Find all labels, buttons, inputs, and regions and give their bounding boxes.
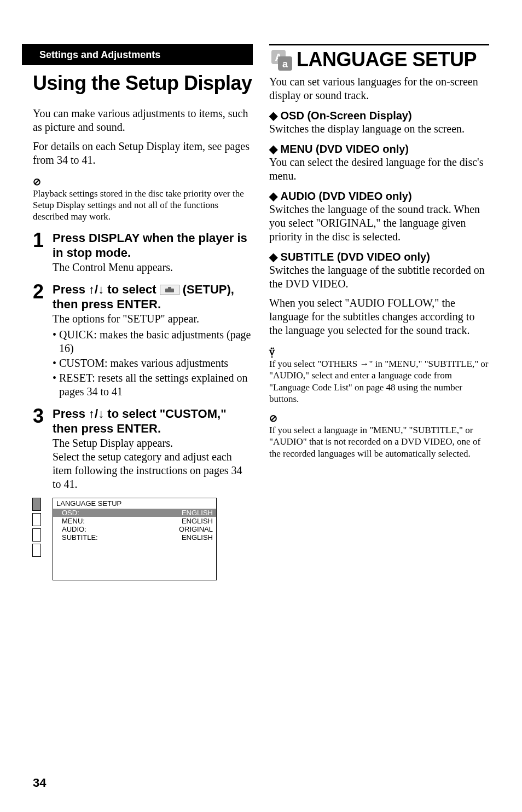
page: Settings and Adjustments Using the Setup… [0, 0, 522, 602]
tab-icon [32, 528, 41, 542]
step-para: The Setup Display appears. [53, 436, 253, 450]
setup-row-osd: OSD: ENGLISH [53, 509, 216, 517]
right-title-row: A a LANGUAGE SETUP [269, 44, 489, 72]
sub-body: You can select the desired language for … [269, 156, 489, 183]
bullet: QUICK: makes the basic adjustments (page… [53, 328, 253, 355]
setup-row-label: OSD: [62, 509, 79, 517]
setup-row-value: ORIGINAL [179, 525, 213, 533]
tab-icon [32, 544, 41, 557]
section-header-bar: Settings and Adjustments [22, 44, 253, 65]
step-head-part: Press [53, 407, 89, 421]
setup-toolbox-icon [160, 285, 179, 295]
step-head-part: to select [104, 283, 159, 296]
subhead-subtitle: SUBTITLE (DVD VIDEO only) [269, 250, 489, 263]
step-num: 1 [33, 231, 47, 250]
svg-rect-1 [168, 287, 171, 289]
step-para: The Control Menu appears. [53, 261, 253, 274]
setup-row-value: ENGLISH [182, 509, 213, 517]
step-para: The options for "SETUP" appear. [53, 312, 253, 326]
tip-text: If you select "OTHERS →" in "MENU," "SUB… [269, 358, 489, 405]
right-intro: You can set various languages for the on… [269, 75, 489, 102]
subhead-audio: AUDIO (DVD VIDEO only) [269, 189, 489, 203]
setup-display-figure: LANGUAGE SETUP OSD: ENGLISH MENU: ENGLIS… [33, 498, 253, 580]
arrow-up-down-icon: ↑/↓ [89, 407, 104, 421]
page-number: 34 [33, 776, 46, 790]
step-body: The Control Menu appears. [53, 261, 253, 274]
sub-body: Switches the language of the sound track… [269, 203, 489, 244]
setup-row-value: ENGLISH [182, 533, 213, 542]
step-head: Press ↑/↓ to select (SETUP), then press … [53, 282, 253, 312]
svg-rect-0 [165, 289, 174, 292]
setup-table-rows: OSD: ENGLISH MENU: ENGLISH AUDIO: ORIGIN… [53, 509, 217, 580]
sub-body: Switches the display language on the scr… [269, 122, 489, 136]
setup-table-title: LANGUAGE SETUP [53, 498, 217, 509]
step-num: 3 [33, 406, 47, 426]
tip-icon: ṿ̈ [269, 346, 275, 358]
setup-row-audio: AUDIO: ORIGINAL [53, 525, 216, 533]
bullet: RESET: resets all the settings explained… [53, 371, 253, 399]
subhead-osd: OSD (On-Screen Display) [269, 109, 489, 122]
step-1: 1 Press DISPLAY when the player is in st… [33, 231, 253, 261]
left-intro-1: You can make various adjustments to item… [33, 107, 253, 134]
svg-text:a: a [282, 59, 288, 70]
note-icon: ⊘ [269, 412, 277, 424]
language-icon: A a [269, 48, 293, 72]
section-label: Settings and Adjustments [39, 49, 160, 60]
step-num: 2 [33, 282, 47, 302]
right-column: A a LANGUAGE SETUP You can set various l… [269, 44, 489, 580]
step-body: The Setup Display appears. Select the se… [53, 436, 253, 491]
sub-body: Switches the language of the subtitle re… [269, 263, 489, 291]
left-title: Using the Setup Display [33, 73, 253, 94]
step-head: Press DISPLAY when the player is in stop… [53, 231, 253, 261]
step-body: The options for "SETUP" appear. QUICK: m… [53, 312, 253, 399]
note-icon: ⊘ [33, 176, 41, 188]
setup-side-tabs [32, 498, 41, 559]
left-column: Settings and Adjustments Using the Setup… [33, 44, 253, 580]
left-intro-2: For details on each Setup Display item, … [33, 140, 253, 167]
right-note: If you select a language in "MENU," "SUB… [269, 424, 489, 459]
setup-row-label: AUDIO: [62, 525, 86, 533]
setup-row-menu: MENU: ENGLISH [53, 517, 216, 525]
step-para-2: Select the setup category and adjust eac… [53, 450, 253, 491]
tab-icon [32, 498, 41, 511]
arrow-up-down-icon: ↑/↓ [89, 283, 104, 296]
left-note: Playback settings stored in the disc tak… [33, 188, 253, 223]
step-3: 3 Press ↑/↓ to select "CUSTOM," then pre… [33, 406, 253, 436]
step-head: Press ↑/↓ to select "CUSTOM," then press… [53, 406, 253, 436]
subhead-menu: MENU (DVD VIDEO only) [269, 142, 489, 156]
step-bullets: QUICK: makes the basic adjustments (page… [53, 328, 253, 399]
setup-row-value: ENGLISH [182, 517, 213, 525]
bullet: CUSTOM: makes various adjustments [53, 356, 253, 370]
right-title: LANGUAGE SETUP [297, 49, 477, 70]
setup-row-label: SUBTITLE: [62, 533, 98, 542]
sub-body: When you select "AUDIO FOLLOW," the lang… [269, 296, 489, 337]
step-head-part: Press [53, 283, 89, 296]
setup-row-label: MENU: [62, 517, 85, 525]
step-2: 2 Press ↑/↓ to select (SETUP), then pres… [33, 282, 253, 312]
tab-icon [32, 513, 41, 526]
setup-row-subtitle: SUBTITLE: ENGLISH [53, 533, 216, 542]
